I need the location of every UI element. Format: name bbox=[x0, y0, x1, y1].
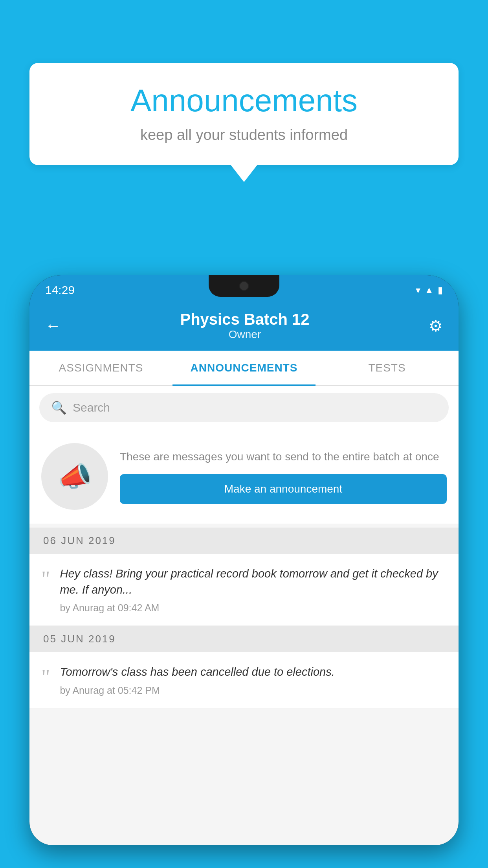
tab-tests[interactable]: TESTS bbox=[316, 351, 459, 385]
search-placeholder: Search bbox=[73, 401, 110, 414]
header-center: Physics Batch 12 Owner bbox=[180, 311, 309, 341]
announcement-text-2: Tomorrow's class has been cancelled due … bbox=[60, 664, 447, 696]
promo-section: 📣 These are messages you want to send to… bbox=[29, 429, 459, 524]
phone-frame: 14:29 ▾ ▲ ▮ ← Physics Batch 12 Owner ⚙ A… bbox=[29, 275, 459, 845]
announcement-item-2: " Tomorrow's class has been cancelled du… bbox=[29, 652, 459, 708]
phone-notch bbox=[209, 275, 279, 297]
batch-role: Owner bbox=[180, 328, 309, 341]
search-icon: 🔍 bbox=[51, 400, 67, 415]
quote-icon-1: " bbox=[41, 568, 50, 589]
date-separator-2: 05 JUN 2019 bbox=[29, 626, 459, 652]
announcement-item-1: " Hey class! Bring your practical record… bbox=[29, 554, 459, 626]
search-container: 🔍 Search bbox=[29, 386, 459, 429]
megaphone-icon: 📣 bbox=[58, 460, 92, 493]
announcement-meta-1: by Anurag at 09:42 AM bbox=[60, 602, 447, 614]
bubble-subtitle: keep all your students informed bbox=[53, 127, 435, 143]
status-time: 14:29 bbox=[45, 283, 75, 297]
announcement-message-2: Tomorrow's class has been cancelled due … bbox=[60, 664, 447, 680]
front-camera bbox=[239, 281, 249, 291]
bubble-tail bbox=[230, 164, 258, 182]
signal-icon: ▲ bbox=[424, 285, 434, 296]
megaphone-circle: 📣 bbox=[41, 443, 108, 510]
tab-bar: ASSIGNMENTS ANNOUNCEMENTS TESTS bbox=[29, 351, 459, 386]
bubble-title: Announcements bbox=[53, 83, 435, 119]
wifi-icon: ▾ bbox=[416, 285, 420, 296]
announcement-message-1: Hey class! Bring your practical record b… bbox=[60, 566, 447, 598]
phone-content: 🔍 Search 📣 These are messages you want t… bbox=[29, 386, 459, 845]
date-separator-1: 06 JUN 2019 bbox=[29, 528, 459, 554]
phone-container: 14:29 ▾ ▲ ▮ ← Physics Batch 12 Owner ⚙ A… bbox=[29, 275, 459, 868]
status-icons: ▾ ▲ ▮ bbox=[416, 285, 443, 296]
promo-description: These are messages you want to send to t… bbox=[120, 449, 447, 464]
back-button[interactable]: ← bbox=[45, 317, 61, 335]
app-header: ← Physics Batch 12 Owner ⚙ bbox=[29, 303, 459, 351]
tab-assignments[interactable]: ASSIGNMENTS bbox=[29, 351, 172, 385]
search-bar[interactable]: 🔍 Search bbox=[39, 393, 449, 422]
tab-announcements[interactable]: ANNOUNCEMENTS bbox=[172, 351, 316, 385]
battery-icon: ▮ bbox=[438, 285, 443, 296]
promo-content: These are messages you want to send to t… bbox=[120, 449, 447, 504]
announcement-meta-2: by Anurag at 05:42 PM bbox=[60, 685, 447, 696]
quote-icon-2: " bbox=[41, 666, 50, 688]
make-announcement-button[interactable]: Make an announcement bbox=[120, 474, 447, 504]
batch-title: Physics Batch 12 bbox=[180, 311, 309, 328]
speech-bubble: Announcements keep all your students inf… bbox=[29, 63, 459, 165]
settings-icon[interactable]: ⚙ bbox=[429, 317, 443, 335]
speech-bubble-section: Announcements keep all your students inf… bbox=[29, 63, 459, 182]
announcement-text-1: Hey class! Bring your practical record b… bbox=[60, 566, 447, 614]
